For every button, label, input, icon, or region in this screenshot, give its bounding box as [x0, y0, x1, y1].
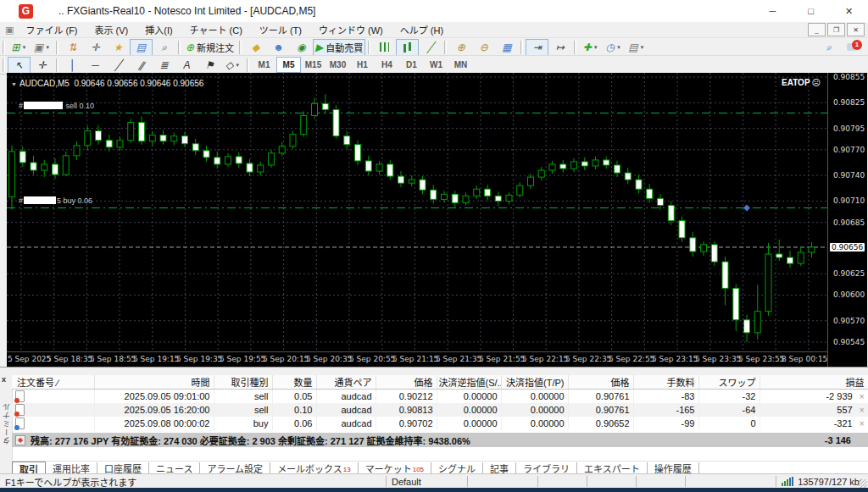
- terminal-tab-メールボックス[interactable]: メールボックス13: [270, 462, 359, 474]
- search-button[interactable]: ⌕: [817, 39, 840, 56]
- fibonacci-button[interactable]: ≣: [153, 57, 175, 74]
- metaeditor-button[interactable]: ◆: [244, 39, 267, 56]
- timeframe-h4[interactable]: H4: [375, 57, 399, 73]
- channel-button[interactable]: ∥: [130, 57, 153, 74]
- timeframe-m1[interactable]: M1: [252, 57, 276, 73]
- column-header[interactable]: 決済逆指値(S/...: [437, 375, 501, 390]
- close-position-icon[interactable]: ×: [860, 392, 865, 401]
- auto-trading-button[interactable]: ▶自動売買: [313, 39, 365, 56]
- profile-cell[interactable]: Default: [386, 476, 467, 487]
- templates-button[interactable]: ▤▼: [625, 39, 648, 56]
- column-header[interactable]: 損益: [760, 375, 868, 390]
- timeframe-m5[interactable]: M5: [276, 57, 301, 73]
- menu-item[interactable]: 挿入(I): [136, 22, 181, 37]
- text-button[interactable]: A: [175, 57, 198, 74]
- timeframe-m30[interactable]: M30: [326, 57, 350, 73]
- resize-grip[interactable]: [859, 479, 867, 488]
- indicators-button[interactable]: ✚▼: [579, 39, 602, 56]
- cursor-button[interactable]: ↖: [8, 57, 31, 74]
- buy-order-line-label[interactable]: #5 buy 0.06: [19, 196, 92, 205]
- terminal-tab-ライブラリ[interactable]: ライブラリ: [516, 462, 577, 474]
- table-row[interactable]: 2025.09.08 00:00:02buy0.06audcad0.907020…: [12, 417, 868, 430]
- terminal-tab-運用比率[interactable]: 運用比率: [46, 462, 97, 474]
- column-header[interactable]: 価格: [376, 375, 437, 390]
- close-position-icon[interactable]: ×: [860, 419, 865, 428]
- mdi-close-button[interactable]: ✕: [847, 23, 865, 36]
- minimize-button[interactable]: ─: [754, 0, 792, 22]
- market-watch-button[interactable]: ⇅: [61, 39, 84, 56]
- shapes-button[interactable]: ◇▼: [221, 57, 244, 74]
- column-header[interactable]: スワップ: [698, 375, 760, 390]
- menu-item[interactable]: チャート (C): [181, 22, 251, 37]
- column-header[interactable]: 通貨ペア: [316, 375, 376, 390]
- notifications-button[interactable]: 1: [840, 40, 863, 55]
- close-button[interactable]: ✕: [830, 0, 868, 22]
- line-chart-button[interactable]: ╱: [419, 39, 442, 56]
- column-header[interactable]: 時間: [94, 375, 214, 390]
- vertical-line-button[interactable]: │: [61, 57, 84, 74]
- horizontal-line-button[interactable]: ─: [84, 57, 107, 74]
- mdi-restore-button[interactable]: ❐: [827, 23, 845, 36]
- terminal-tab-口座履歴[interactable]: 口座履歴: [97, 462, 149, 474]
- data-window-button[interactable]: ✛: [84, 39, 107, 56]
- column-header[interactable]: 注文番号 ∕: [12, 375, 94, 390]
- column-header[interactable]: 手数料: [633, 375, 698, 390]
- tile-windows-button[interactable]: ▦: [495, 39, 518, 56]
- timeframe-m15[interactable]: M15: [301, 57, 326, 73]
- ea-status-icon[interactable]: ☹: [812, 78, 821, 87]
- maximize-button[interactable]: □: [792, 0, 830, 22]
- zoom-in-button[interactable]: ⊕: [449, 39, 472, 56]
- column-header[interactable]: 取引種別: [214, 375, 272, 390]
- timeframe-h1[interactable]: H1: [350, 57, 375, 73]
- menu-item[interactable]: ツール (T): [251, 22, 310, 37]
- new-chart-button[interactable]: ⊞▼: [8, 39, 31, 56]
- terminal-tab-アラーム設定[interactable]: アラーム設定: [200, 462, 270, 474]
- terminal-tab-エキスパート[interactable]: エキスパート: [577, 462, 648, 474]
- label-button[interactable]: ⚑: [198, 57, 221, 74]
- menu-item[interactable]: ウィンドウ (W): [310, 22, 392, 37]
- orders-header-row[interactable]: 注文番号 ∕時間取引種別数量通貨ペア価格決済逆指値(S/...決済指値(T/P)…: [12, 375, 868, 390]
- strategy-tester-button[interactable]: ⌕: [153, 39, 175, 56]
- terminal-tab-ニュース[interactable]: ニュース: [149, 462, 200, 474]
- terminal-tab-操作履歴[interactable]: 操作履歴: [648, 462, 699, 474]
- candlestick-chart-button[interactable]: [396, 39, 419, 56]
- terminal-tab-シグナル[interactable]: シグナル: [431, 462, 483, 474]
- auto-scroll-button[interactable]: ⇥: [526, 39, 548, 56]
- terminal-tab-マーケット[interactable]: マーケット105: [359, 462, 431, 474]
- periods-button[interactable]: ◷▼: [602, 39, 625, 56]
- time-axis[interactable]: 5 Sep 20255 Sep 18:355 Sep 18:555 Sep 19…: [7, 351, 827, 368]
- chevron-down-icon[interactable]: ▼: [11, 81, 17, 87]
- terminal-tab-記事[interactable]: 記事: [483, 462, 516, 474]
- table-row[interactable]: 2025.09.05 09:01:00sell0.05audcad0.90212…: [12, 390, 868, 404]
- crosshair-button[interactable]: ✛: [31, 57, 53, 74]
- timeframe-w1[interactable]: W1: [424, 57, 448, 73]
- column-header[interactable]: 数量: [272, 375, 316, 390]
- terminal-close-button[interactable]: x: [2, 376, 6, 384]
- menu-item[interactable]: ヘルプ (H): [392, 22, 452, 37]
- navigator-button[interactable]: ★: [107, 39, 130, 56]
- menu-item[interactable]: ファイル (F): [17, 22, 86, 37]
- menu-item[interactable]: 表示 (V): [86, 22, 137, 37]
- connection-status[interactable]: 135797/127 kb: [776, 476, 868, 487]
- news-button[interactable]: ◉: [290, 39, 313, 56]
- community-button[interactable]: ☻: [267, 39, 290, 56]
- sell-order-line-label[interactable]: # sell 0.10: [19, 102, 94, 110]
- timeframe-d1[interactable]: D1: [399, 57, 424, 73]
- terminal-button[interactable]: ▤: [130, 39, 153, 56]
- bar-chart-button[interactable]: [373, 39, 396, 56]
- trendline-button[interactable]: ╱: [107, 57, 130, 74]
- timeframe-group: M1M5M15M30H1H4D1W1MN: [252, 57, 473, 73]
- mdi-minimize-button[interactable]: _: [808, 23, 826, 36]
- chart-plot[interactable]: ▼AUDCAD,M5 0.90646 0.90656 0.90646 0.906…: [7, 73, 827, 351]
- chart-shift-button[interactable]: ↦: [548, 39, 571, 56]
- close-position-icon[interactable]: ×: [860, 406, 865, 415]
- price-axis[interactable]: 0.908550.908250.907950.907700.907400.907…: [827, 73, 867, 367]
- toolbar-separator: [56, 41, 58, 54]
- column-header[interactable]: 価格: [568, 375, 633, 390]
- column-header[interactable]: 決済指値(T/P): [501, 375, 568, 390]
- new-order-button[interactable]: ⊕新規注文: [183, 39, 236, 56]
- profiles-button[interactable]: ▣▼: [31, 39, 53, 56]
- table-row[interactable]: 2025.09.05 16:20:00sell0.10audcad0.90813…: [12, 403, 868, 417]
- zoom-out-button[interactable]: ⊖: [472, 39, 495, 56]
- timeframe-mn[interactable]: MN: [448, 57, 473, 73]
